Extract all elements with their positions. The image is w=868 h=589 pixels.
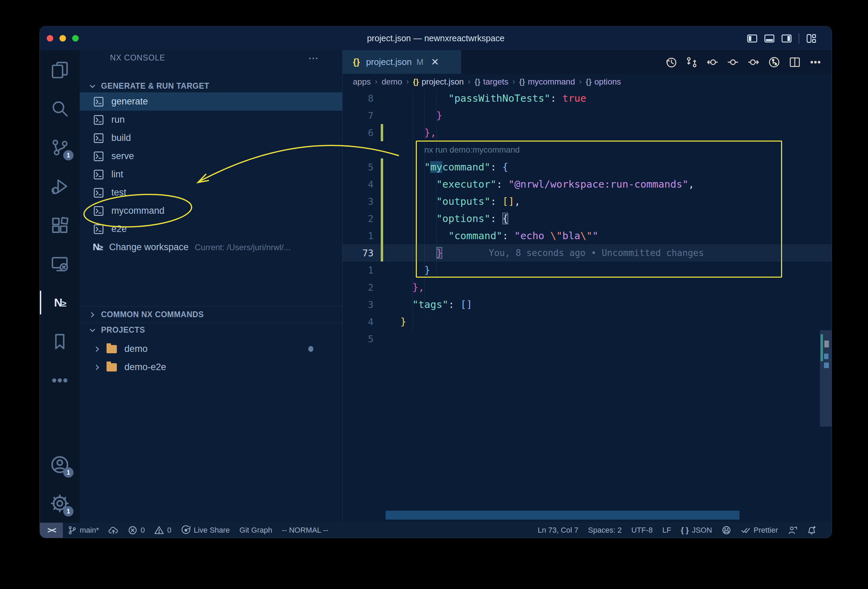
customize-layout-icon[interactable] [806, 33, 816, 44]
status-cursor-position[interactable]: Ln 73, Col 7 [538, 523, 579, 538]
breadcrumb-item-targets[interactable]: {}targets [475, 77, 509, 87]
vertical-scrollbar[interactable] [820, 330, 831, 427]
code-token: : [490, 196, 496, 207]
more-actions-icon[interactable] [810, 56, 821, 68]
target-item-lint[interactable]: lint [80, 165, 342, 183]
tab-close-icon[interactable]: ✕ [431, 56, 439, 68]
activity-item-remote-explorer[interactable] [40, 244, 80, 283]
window-title: project.json — newnxreactwrkspace [40, 33, 831, 43]
status-vim-mode[interactable]: -- NORMAL -- [282, 523, 328, 538]
target-item-build[interactable]: build [80, 129, 342, 147]
target-label: build [111, 133, 131, 143]
target-item-mycommand[interactable]: mycommand [80, 202, 342, 220]
status-warnings[interactable]: 0 [154, 523, 171, 538]
status-indentation[interactable]: Spaces: 2 [588, 523, 621, 538]
target-item-serve[interactable]: serve [80, 147, 342, 165]
target-label: generate [111, 96, 148, 107]
activity-item-additional-views[interactable] [40, 361, 80, 400]
code-token: command" [442, 161, 490, 173]
change-workspace-item[interactable]: N≥ Change workspace Current: /Users/juri… [80, 238, 342, 256]
change-icon[interactable] [727, 56, 739, 68]
status-prettier[interactable]: Prettier [741, 523, 778, 538]
zoom-button[interactable] [72, 35, 79, 41]
section-common-nx-commands[interactable]: COMMON NX COMMANDS [80, 306, 342, 323]
status-eol[interactable]: LF [662, 523, 671, 538]
open-changes-icon[interactable] [686, 56, 698, 68]
code-line: 5 "mycommand": { [342, 158, 831, 176]
code-editor[interactable]: 8 "passWithNoTests": true7 }6 },nx run d… [342, 90, 831, 523]
breadcrumb-item-mycommand[interactable]: {}mycommand [519, 77, 575, 87]
activity-item-extensions[interactable] [40, 205, 80, 244]
status-errors[interactable]: 0 [128, 523, 145, 538]
previous-change-icon[interactable] [707, 56, 718, 68]
status-git-branch[interactable]: main* [68, 523, 99, 538]
breadcrumb-item-project.json[interactable]: {}project.json [413, 77, 464, 87]
chevron-right-icon[interactable] [93, 363, 101, 371]
status-user-status[interactable] [788, 523, 797, 538]
codelens-row[interactable]: nx run demo:mycommand [342, 141, 831, 158]
code-token: : [490, 213, 496, 224]
activity-item-bookmarks[interactable] [40, 322, 80, 361]
status-encoding[interactable]: UTF-8 [631, 523, 652, 538]
code-token: my [430, 161, 442, 173]
status-feedback[interactable] [722, 523, 731, 538]
codelens-command[interactable]: nx run demo:mycommand [424, 145, 520, 155]
history-icon[interactable] [665, 56, 677, 68]
overview-ruler-mark [824, 354, 828, 359]
editor-actions [665, 50, 821, 74]
code-token [496, 196, 502, 207]
activity-item-accounts[interactable]: 1 [40, 445, 80, 484]
layout-controls [747, 27, 816, 50]
horizontal-scrollbar[interactable] [385, 511, 740, 520]
commit-graph-icon[interactable] [768, 56, 780, 68]
status-notifications[interactable] [807, 523, 816, 538]
activity-item-settings[interactable]: 1 [40, 484, 80, 523]
code-line: 3 "outputs": [], [342, 193, 831, 210]
target-item-test[interactable]: test [80, 183, 342, 202]
sidebar-more-actions-icon[interactable]: ⋯ [308, 52, 320, 64]
target-item-generate[interactable]: generate [80, 92, 342, 111]
status-remote-indicator[interactable]: >< [40, 523, 63, 538]
nx-logo-icon: N≥ [93, 242, 102, 252]
breadcrumb-item-demo[interactable]: demo [381, 77, 402, 87]
cloud-upload-icon [109, 526, 118, 535]
section-projects[interactable]: PROJECTS [80, 324, 342, 337]
section-generate-run-target[interactable]: GENERATE & RUN TARGET [80, 80, 342, 92]
code-token [400, 230, 449, 242]
next-change-icon[interactable] [748, 56, 759, 68]
breadcrumb-item-options[interactable]: {}options [586, 77, 621, 87]
toggle-secondary-sidebar-icon[interactable] [781, 33, 792, 44]
toggle-primary-sidebar-icon[interactable] [747, 33, 757, 44]
tab-project-json[interactable]: {} project.json M ✕ [342, 50, 461, 74]
code-token: }, [424, 127, 436, 139]
status-language-mode[interactable]: { }JSON [681, 523, 712, 538]
workbench: 1N≥11 NX CONSOLE ⋯ GENERATE & RUN TARGET… [40, 50, 831, 523]
activity-item-source-control[interactable]: 1 [40, 128, 80, 167]
target-item-run[interactable]: run [80, 111, 342, 129]
activity-item-explorer[interactable] [40, 50, 80, 89]
status-live-share[interactable]: Live Share [181, 523, 230, 538]
split-editor-icon[interactable] [789, 56, 801, 68]
activity-bar: 1N≥11 [40, 50, 80, 523]
status-git-graph[interactable]: Git Graph [239, 523, 272, 538]
code-line: 3 "tags": [] [342, 296, 831, 313]
line-number: 5 [342, 334, 373, 344]
target-item-e2e[interactable]: e2e [80, 220, 342, 238]
activity-item-run-and-debug[interactable] [40, 167, 80, 205]
activity-item-nx-console[interactable]: N≥ [40, 283, 80, 322]
status-publish[interactable] [109, 523, 118, 538]
minimize-button[interactable] [59, 35, 66, 41]
terminal-icon [93, 97, 104, 107]
code-token: "@nrwl/workspace:run-commands" [508, 179, 688, 190]
gutter-modified-indicator [381, 244, 383, 261]
breadcrumb-label: apps [353, 77, 371, 87]
breadcrumb-item-apps[interactable]: apps [353, 77, 371, 87]
project-item-demo-e2e[interactable]: demo-e2e [80, 358, 342, 376]
chevron-right-icon[interactable] [93, 345, 101, 353]
project-item-demo[interactable]: demo [80, 340, 342, 358]
code-line-content: } [400, 264, 430, 276]
close-button[interactable] [47, 35, 53, 41]
double-check-icon [741, 526, 750, 535]
toggle-panel-icon[interactable] [764, 33, 775, 44]
activity-item-search[interactable] [40, 89, 80, 128]
